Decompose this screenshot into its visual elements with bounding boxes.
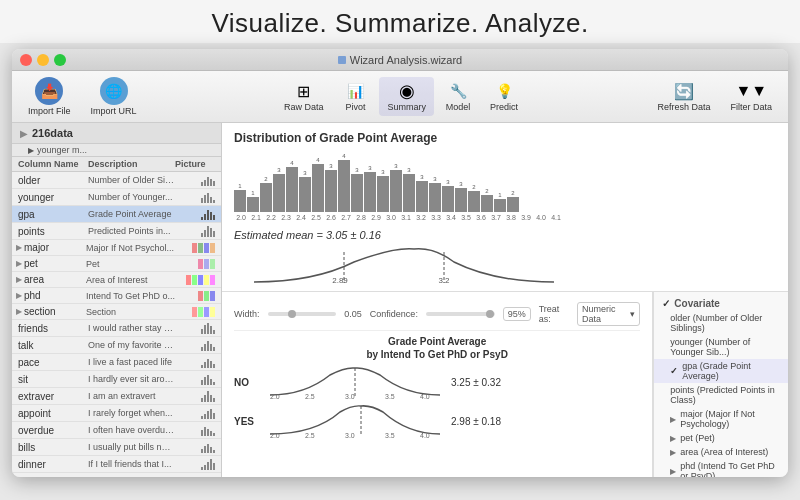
row-major[interactable]: ▶major Major If Not Psychol... bbox=[12, 240, 221, 256]
bar-12: 3 bbox=[377, 169, 389, 212]
row-younger[interactable]: younger Number of Younger... bbox=[12, 189, 221, 206]
confidence-slider[interactable] bbox=[426, 312, 495, 316]
desc-gpa: Grade Point Average bbox=[88, 209, 175, 219]
yes-curve-svg: 2.0 2.5 3.0 3.5 4.0 bbox=[265, 404, 445, 439]
refresh-data-button[interactable]: 🔄 Refresh Data bbox=[649, 77, 718, 116]
row-older[interactable]: older Number of Older Sib... bbox=[12, 172, 221, 189]
pic-planner bbox=[175, 475, 215, 477]
treat-as-label: Treat as: bbox=[539, 304, 569, 324]
x-axis: 2.0 2.1 2.2 2.3 2.4 2.5 2.6 2.7 2.8 2.9 … bbox=[234, 214, 776, 221]
bar-6: 3 bbox=[299, 170, 311, 212]
cov-younger[interactable]: younger (Number of Younger Sib...) bbox=[654, 335, 788, 359]
cov-older-text: older (Number of Older Siblings) bbox=[670, 313, 780, 333]
cov-phd[interactable]: ▶ phd (Intend To Get PhD or PsyD) bbox=[654, 459, 788, 477]
width-slider[interactable] bbox=[268, 312, 337, 316]
tab-summary-label: Summary bbox=[387, 102, 426, 112]
import-url-button[interactable]: 🌐 Import URL bbox=[83, 73, 145, 120]
col-pic-header: Picture bbox=[175, 159, 215, 169]
banner-text: Visualize. Summarize. Analyze. bbox=[211, 8, 588, 38]
curve-chart-area: Width: 0.05 Confidence: 95% Treat as: Nu… bbox=[222, 292, 653, 477]
desc-talk: One of my favorite p... bbox=[88, 340, 175, 350]
chart-title: Distribution of Grade Point Average bbox=[234, 131, 776, 145]
import-file-button[interactable]: 📥 Import File bbox=[20, 73, 79, 120]
row-gpa[interactable]: gpa Grade Point Average bbox=[12, 206, 221, 223]
row-sit[interactable]: sit I hardly ever sit arou... bbox=[12, 371, 221, 388]
pic-bills bbox=[175, 441, 215, 453]
cov-pet[interactable]: ▶ pet (Pet) bbox=[654, 431, 788, 445]
bar-21: 1 bbox=[494, 192, 506, 212]
col-desc-header: Description bbox=[88, 159, 175, 169]
treat-as-select[interactable]: Numeric Data ▾ bbox=[577, 302, 640, 326]
covariate-panel: ✓ Covariate older (Number of Older Sibli… bbox=[653, 292, 788, 477]
tab-summary[interactable]: ◉ Summary bbox=[379, 77, 434, 116]
row-dinner[interactable]: dinner If I tell friends that I... bbox=[12, 456, 221, 473]
row-extraver[interactable]: extraver I am an extravert bbox=[12, 388, 221, 405]
window-title-area: Wizard Analysis.wizard bbox=[338, 54, 462, 66]
cov-area[interactable]: ▶ area (Area of Interest) bbox=[654, 445, 788, 459]
data-table-body[interactable]: older Number of Older Sib... younger bbox=[12, 172, 221, 477]
svg-text:2.0: 2.0 bbox=[270, 432, 280, 439]
no-curve-svg: 2.0 2.5 3.0 3.5 4.0 bbox=[265, 365, 445, 400]
subgroup-charts: Grade Point Average by Intend To Get PhD… bbox=[234, 331, 640, 471]
desc-planner: I rely on a calendar /... bbox=[88, 476, 175, 477]
close-button[interactable] bbox=[20, 54, 32, 66]
name-planner: planner bbox=[18, 476, 88, 478]
width-slider-thumb[interactable] bbox=[288, 310, 296, 318]
filter-data-button[interactable]: ▼▼ Filter Data bbox=[722, 77, 780, 116]
row-talk[interactable]: talk One of my favorite p... bbox=[12, 337, 221, 354]
name-talk: talk bbox=[18, 340, 88, 351]
desc-area: Area of Interest bbox=[86, 275, 175, 285]
bar-3: 2 bbox=[260, 176, 272, 212]
bar-chart: 1 1 2 3 4 3 4 3 4 3 3 3 3 3 3 bbox=[234, 149, 776, 221]
cov-major-text: major (Major If Not Psychology) bbox=[680, 409, 780, 429]
cov-gpa[interactable]: ✓ gpa (Grade Point Average) bbox=[654, 359, 788, 383]
tab-model-label: Model bbox=[446, 102, 471, 112]
row-overdue[interactable]: overdue I often have overdue... bbox=[12, 422, 221, 439]
row-pet[interactable]: ▶pet Pet bbox=[12, 256, 221, 272]
row-friends[interactable]: friends I would rather stay a... bbox=[12, 320, 221, 337]
subgroup-yes-row: YES 2.0 2.5 3.0 3.5 4.0 2.98 ± 0.18 bbox=[234, 404, 640, 439]
name-pet: ▶pet bbox=[16, 258, 86, 269]
summary-icon: ◉ bbox=[394, 81, 420, 101]
pic-older bbox=[175, 174, 215, 186]
row-pace[interactable]: pace I live a fast paced life bbox=[12, 354, 221, 371]
filter-label: Filter Data bbox=[730, 102, 772, 112]
bar-9: 4 bbox=[338, 153, 350, 212]
name-appoint: appoint bbox=[18, 408, 88, 419]
predict-icon: 💡 bbox=[491, 81, 517, 101]
toolbar: 📥 Import File 🌐 Import URL ⊞ Raw Data 📊 … bbox=[12, 71, 788, 123]
row-points[interactable]: points Predicted Points in... bbox=[12, 223, 221, 240]
subgroup-no-row: NO 2.0 2.5 3.0 3.5 4.0 3.25 ± 0.32 bbox=[234, 365, 640, 400]
maximize-button[interactable] bbox=[54, 54, 66, 66]
treat-as-value: Numeric Data bbox=[582, 304, 628, 324]
row-appoint[interactable]: appoint I rarely forget when... bbox=[12, 405, 221, 422]
cov-major[interactable]: ▶ major (Major If Not Psychology) bbox=[654, 407, 788, 431]
desc-dinner: If I tell friends that I... bbox=[88, 459, 175, 469]
row-section[interactable]: ▶section Section bbox=[12, 304, 221, 320]
tab-predict[interactable]: 💡 Predict bbox=[482, 77, 526, 116]
traffic-lights bbox=[20, 54, 66, 66]
name-bills: bills bbox=[18, 442, 88, 453]
confidence-slider-thumb[interactable] bbox=[486, 310, 494, 318]
tab-pivot[interactable]: 📊 Pivot bbox=[333, 77, 377, 116]
desc-sit: I hardly ever sit arou... bbox=[88, 374, 175, 384]
bar-20: 2 bbox=[481, 188, 493, 212]
pic-younger bbox=[175, 191, 215, 203]
row-bills[interactable]: bills I usually put bills nex... bbox=[12, 439, 221, 456]
normal-curve-svg: 2.89 3.2 bbox=[234, 247, 574, 285]
tab-model[interactable]: 🔧 Model bbox=[436, 77, 480, 116]
cov-points[interactable]: points (Predicted Points in Class) bbox=[654, 383, 788, 407]
refresh-icon: 🔄 bbox=[671, 81, 697, 101]
row-phd[interactable]: ▶phd Intend To Get PhD o... bbox=[12, 288, 221, 304]
desc-pet: Pet bbox=[86, 259, 175, 269]
row-planner[interactable]: planner I rely on a calendar /... bbox=[12, 473, 221, 477]
bar-2: 1 bbox=[247, 190, 259, 212]
tab-raw-data[interactable]: ⊞ Raw Data bbox=[276, 77, 332, 116]
minimize-button[interactable] bbox=[37, 54, 49, 66]
desc-appoint: I rarely forget when... bbox=[88, 408, 175, 418]
cov-older[interactable]: older (Number of Older Siblings) bbox=[654, 311, 788, 335]
cov-pet-text: pet (Pet) bbox=[680, 433, 715, 443]
desc-overdue: I often have overdue... bbox=[88, 425, 175, 435]
row-area[interactable]: ▶area Area of Interest bbox=[12, 272, 221, 288]
table-header: Column Name Description Picture bbox=[12, 157, 221, 172]
